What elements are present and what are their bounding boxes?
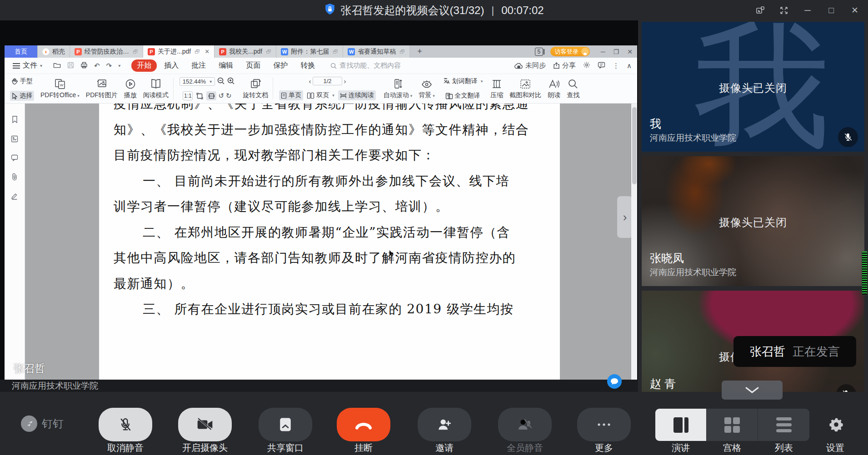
rotate-left-icon[interactable]: ↺ [218,92,224,100]
more-vertical-icon[interactable]: ⋮ [613,62,619,70]
command-search[interactable]: 查找功能、文档内容 [330,61,401,70]
redo-icon[interactable]: ↷ [106,62,112,70]
settings-gear-icon[interactable] [583,61,590,70]
menu-insert[interactable]: 插入 [159,59,184,72]
menu-annotate[interactable]: 批注 [186,59,211,72]
double-page-button[interactable]: 双页 [305,90,336,100]
collapse-sidebar-button[interactable] [722,381,783,400]
participant-tile-2[interactable]: 摄像头已关闭 张晓凤 河南应用技术职业学院 [642,156,864,286]
compress-button[interactable]: 压缩 [488,75,506,102]
unmute-button[interactable] [99,408,152,441]
wps-minimize-icon[interactable]: ─ [601,48,605,55]
tab-list-button[interactable]: 5 [535,48,543,56]
rotate-doc-button[interactable]: 旋转文档 [240,75,271,102]
tab-word-1[interactable]: W附件：第七届🗗 [276,45,343,58]
zoom-in-icon[interactable] [227,77,235,86]
maximize-icon[interactable]: □ [826,5,836,15]
open-folder-icon[interactable] [53,62,61,70]
wps-close-icon[interactable]: ✕ [627,48,633,55]
close-icon[interactable]: ✕ [850,5,860,15]
doc-scrollbar-thumb[interactable] [632,107,637,184]
start-camera-button[interactable] [178,408,232,441]
wps-office-window: 首页 ◗稻壳 P经管防疫政治…🗗 P关于进...pdf🗗✕ P我校关...pdf… [5,45,637,400]
print-icon[interactable] [80,62,88,70]
doc-scrollbar[interactable] [631,104,637,387]
file-menu-button[interactable]: 文件 ▾ [10,61,45,70]
cloud-sync-status[interactable]: 未同步 [514,61,546,70]
document-canvas[interactable]: 疫情应急机制》、《关于全省教育系统严防疫情输入传播风险的紧急通 知》、《我校关于… [25,104,637,387]
menu-convert[interactable]: 转换 [295,59,320,72]
tab-pdf-2[interactable]: P我校关...pdf🗗 [215,45,276,58]
view-mode-speaker[interactable] [655,409,707,441]
comment-panel-icon[interactable] [11,154,18,163]
screenshot-compare-label: 截图和对比 [509,91,541,99]
thumbnail-panel-icon[interactable] [11,135,18,144]
signature-icon[interactable] [11,193,18,202]
read-mode-button[interactable]: 阅读模式 [140,75,171,102]
fullscreen-icon[interactable] [779,5,789,15]
settings-button[interactable] [827,412,845,437]
menu-page[interactable]: 页面 [240,59,266,72]
tab-home[interactable]: 首页 [5,45,38,58]
fit-width-button[interactable] [206,91,216,100]
view-mode-list[interactable] [758,409,809,441]
view-mode-grid[interactable] [707,409,758,441]
hand-tool[interactable]: 手型 [10,76,35,86]
continuous-button[interactable]: 连续阅读 [338,90,376,100]
save-icon[interactable] [67,62,74,70]
read-aloud-button[interactable]: 朗读 [545,75,563,102]
zoom-out-icon[interactable] [217,77,225,86]
participant-tile-self[interactable]: 我 摄像头已关闭 我 河南应用技术职业学院 [642,22,864,152]
helper-chat-bubble[interactable] [607,374,622,389]
tab-word-2[interactable]: W省赛通知草稿🗗 [343,45,410,58]
guest-login-button[interactable]: 访客登录 [550,47,590,56]
customize-quick-access-icon[interactable]: ▾ [118,63,120,68]
popout-window-icon[interactable] [755,5,765,15]
background-label: 背景 [419,91,431,99]
tab-ppt-doc[interactable]: P经管防疫政治…🗗 [70,45,143,58]
pdf-to-office-button[interactable]: W PDF转Office [38,75,82,102]
prev-page-icon[interactable]: ‹ [309,77,311,85]
next-page-icon[interactable]: › [344,77,346,85]
tab-pdf2-label: 我校关...pdf [229,48,262,56]
mute-all-button[interactable] [498,408,552,441]
pdf-to-image-button[interactable]: PDF转图片 [83,75,120,102]
menu-edit[interactable]: 编辑 [213,59,239,72]
full-translate-button[interactable]: 全文翻译 [444,91,482,101]
find-button[interactable]: 查找 [564,75,582,102]
collapse-ribbon-icon[interactable]: ∧ [627,62,632,70]
meeting-timer: 00:07:02 [501,4,544,17]
single-page-button[interactable]: 单页 [279,90,303,100]
tab-pdf-active[interactable]: P关于进...pdf🗗✕ [143,45,215,58]
rotate-right-icon[interactable]: ↻ [226,92,232,100]
word-translate-button[interactable]: 划词翻译 [441,76,485,86]
hangup-button[interactable] [337,408,390,441]
tab-close-icon[interactable]: ✕ [205,48,210,55]
menu-start[interactable]: 开始 [131,59,157,72]
play-button[interactable]: 播放 [121,75,140,102]
actual-size-button[interactable]: 1:1 [183,91,193,100]
screenshot-compare-button[interactable]: 截图和对比 [507,75,544,102]
minimize-icon[interactable]: ─ [803,5,813,15]
select-tool[interactable]: 选择 [10,91,34,101]
background-button[interactable]: 背景 [416,75,438,102]
more-button[interactable] [577,408,631,441]
new-tab-button[interactable]: + [410,45,429,58]
fit-page-button[interactable] [195,91,205,100]
toolbar-page-indicator[interactable]: 1/2 [313,77,342,85]
comment-bubble-icon[interactable] [598,62,605,70]
tab-docer[interactable]: ◗稻壳 [38,45,70,58]
menu-protect[interactable]: 保护 [268,59,293,72]
invite-button[interactable] [418,408,471,441]
continuous-label: 连续阅读 [349,91,374,99]
wps-restore-icon[interactable]: ❐ [614,48,619,55]
undo-icon[interactable]: ↶ [94,62,100,70]
wps-word-icon: W [281,48,288,55]
share-window-button[interactable] [259,408,312,441]
attachment-icon[interactable] [11,173,18,183]
share-button[interactable]: 分享 [553,61,576,70]
bookmark-icon[interactable] [11,115,18,125]
zoom-value-dropdown[interactable]: 152.44%▾ [180,77,215,86]
next-page-float-button[interactable]: › [617,196,633,238]
auto-scroll-button[interactable]: 自动滚动 [381,75,415,102]
